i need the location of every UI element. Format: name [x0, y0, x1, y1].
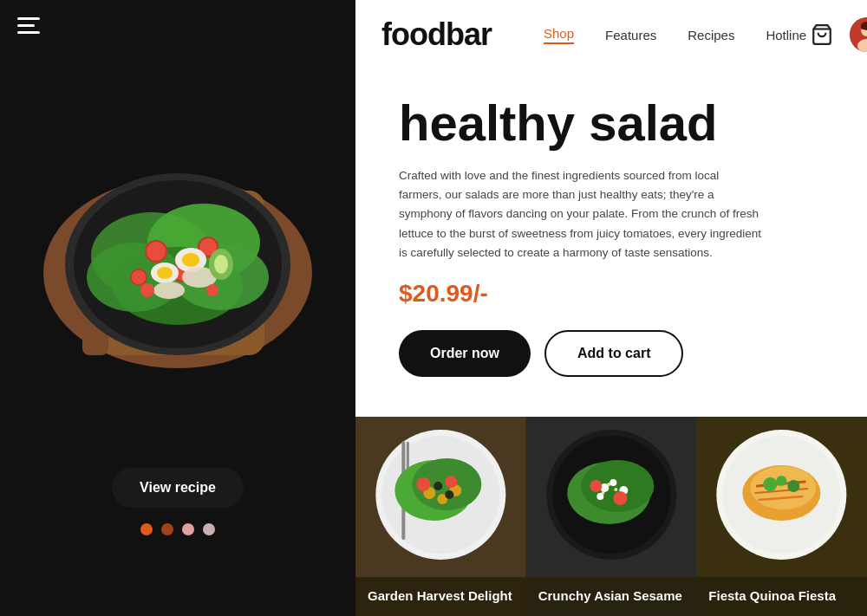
product-cards: Garden Harvest Delight Crunchy — [355, 417, 867, 616]
svg-point-45 — [445, 476, 457, 488]
product-image — [0, 0, 355, 459]
card-overlay-3: Fiesta Quinoa Fiesta — [696, 577, 867, 617]
view-recipe-button[interactable]: View recipe — [112, 468, 244, 508]
header: foodbar Shop Features Recipes Hotline — [355, 0, 867, 69]
main-content: healthy salad Crafted with love and the … — [381, 78, 850, 403]
svg-point-58 — [590, 480, 602, 492]
cart-icon[interactable] — [806, 19, 838, 50]
card-title-1: Garden Harvest Delight — [368, 587, 514, 605]
svg-point-70 — [764, 477, 778, 491]
nav-hotline[interactable]: Hotline — [766, 28, 806, 42]
svg-point-44 — [416, 477, 430, 491]
svg-point-11 — [147, 242, 166, 261]
user-avatar[interactable] — [850, 17, 867, 52]
menu-icon[interactable] — [17, 17, 40, 34]
navigation: Shop Features Recipes Hotline — [544, 26, 806, 44]
svg-point-26 — [140, 283, 154, 297]
svg-point-57 — [613, 491, 627, 505]
svg-point-21 — [157, 267, 173, 279]
svg-point-60 — [614, 488, 617, 491]
left-panel: View recipe — [0, 0, 355, 616]
logo: foodbar — [381, 16, 492, 53]
svg-point-17 — [132, 270, 146, 284]
svg-point-47 — [445, 490, 453, 499]
svg-rect-33 — [861, 24, 867, 29]
dot-1[interactable] — [140, 523, 153, 535]
svg-point-27 — [206, 284, 218, 296]
svg-point-71 — [788, 480, 800, 492]
dot-2[interactable] — [161, 523, 173, 535]
card-overlay-2: Crunchy Asian Sesame — [526, 577, 697, 617]
card-overlay-1: Garden Harvest Delight — [355, 577, 526, 617]
add-to-cart-button[interactable]: Add to cart — [544, 330, 683, 377]
card-garden-harvest[interactable]: Garden Harvest Delight — [355, 417, 526, 616]
svg-point-59 — [607, 483, 610, 486]
product-title: healthy salad — [399, 95, 832, 151]
svg-point-25 — [214, 255, 228, 274]
card-title-3: Fiesta Quinoa Fiesta — [708, 587, 855, 605]
nav-recipes[interactable]: Recipes — [688, 28, 734, 42]
svg-point-72 — [777, 476, 787, 486]
card-fiesta-quinoa[interactable]: Fiesta Quinoa Fiesta — [696, 417, 867, 616]
carousel-dots — [140, 523, 215, 535]
product-description: Crafted with love and the finest ingredi… — [399, 166, 763, 263]
svg-point-66 — [751, 466, 817, 509]
dot-4[interactable] — [203, 523, 215, 535]
order-now-button[interactable]: Order now — [399, 330, 531, 377]
dot-3[interactable] — [182, 523, 194, 535]
card-crunchy-asian[interactable]: Crunchy Asian Sesame — [526, 417, 697, 616]
svg-point-23 — [153, 282, 185, 299]
action-buttons: Order now Add to cart — [399, 330, 832, 377]
svg-point-54 — [610, 479, 616, 486]
svg-point-19 — [182, 253, 199, 267]
product-price: $20.99/- — [399, 280, 832, 308]
header-icons — [806, 17, 867, 52]
nav-shop[interactable]: Shop — [544, 26, 574, 44]
svg-point-46 — [434, 482, 442, 490]
card-title-2: Crunchy Asian Sesame — [538, 587, 685, 605]
svg-point-61 — [601, 491, 604, 495]
nav-features[interactable]: Features — [605, 28, 656, 42]
